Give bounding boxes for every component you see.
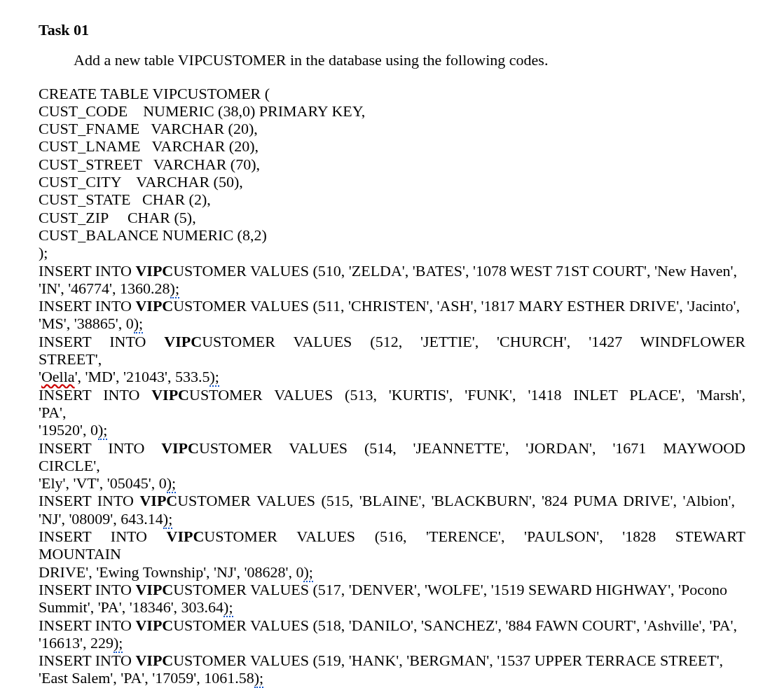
tablename-bold: VIPC: [135, 581, 173, 598]
insert-row-10-line-1: INSERT INTO VIPCUSTOMER VALUES (519, 'HA…: [39, 652, 745, 669]
tablename-bold: VIPC: [161, 439, 199, 457]
insert-row-3-line-2: 'Oella', 'MD', '21043', 533.5);: [39, 368, 745, 385]
insert-cont: ', 'MD', '21043', 533.5: [75, 368, 210, 385]
insert-prefix: INSERT INTO: [39, 528, 167, 545]
insert-row-5-line-2: 'Ely', 'VT', '05045', 0);: [39, 474, 745, 492]
col-name: CUST_FNAME: [39, 120, 139, 137]
insert-rest: USTOMER VALUES (519, 'HANK', 'BERGMAN', …: [173, 652, 723, 669]
insert-row-9-line-2: '16613', 229);: [39, 634, 745, 652]
insert-prefix: INSERT INTO: [39, 492, 139, 509]
col-type: VARCHAR (70),: [153, 156, 260, 173]
insert-row-10-line-2: 'East Salem', 'PA', '17059', 1061.58);: [39, 669, 745, 687]
insert-row-8-line-2: Summit', 'PA', '18346', 303.64);: [39, 598, 745, 616]
insert-row-5-line-1: INSERT INTO VIPCUSTOMER VALUES (514, 'JE…: [39, 439, 745, 475]
tablename-bold: VIPC: [135, 652, 173, 669]
task-instruction: Add a new table VIPCUSTOMER in the datab…: [74, 51, 745, 69]
grammar-mark: );: [134, 315, 143, 333]
insert-row-6-line-1: INSERT INTO VIPCUSTOMER VALUES (515, 'BL…: [39, 492, 745, 509]
insert-rest: USTOMER VALUES (510, 'ZELDA', 'BATES', '…: [173, 262, 737, 280]
create-line-6: CUST_CITY VARCHAR (50),: [39, 173, 745, 191]
col-name: CUST_STREET: [39, 156, 142, 173]
grammar-mark: );: [170, 280, 179, 298]
insert-rest: USTOMER VALUES (515, 'BLAINE', 'BLACKBUR…: [177, 492, 735, 509]
insert-rest: USTOMER VALUES (511, 'CHRISTEN', 'ASH', …: [173, 297, 740, 315]
grammar-mark: );: [163, 510, 172, 529]
col-type: VARCHAR (50),: [136, 173, 242, 191]
task-title: Task 01: [39, 21, 745, 39]
col-type: CHAR (2),: [142, 191, 211, 208]
col-type: NUMERIC (38,0) PRIMARY KEY,: [143, 102, 365, 120]
tablename-bold: VIPC: [135, 262, 173, 280]
create-line-3: CUST_FNAME VARCHAR (20),: [39, 120, 745, 137]
insert-prefix: INSERT INTO: [39, 439, 161, 457]
tablename-bold: VIPC: [135, 297, 173, 315]
insert-row-4-line-2: '19520', 0);: [39, 421, 745, 439]
tablename-bold: VIPC: [135, 617, 173, 634]
col-name: CUST_ZIP: [39, 209, 108, 226]
insert-cont: DRIVE', 'Ewing Township', 'NJ', '08628',…: [39, 563, 303, 581]
grammar-mark: );: [254, 669, 263, 688]
col-type: VARCHAR (20),: [151, 120, 257, 137]
insert-prefix: INSERT INTO: [39, 617, 135, 634]
create-line-1: CREATE TABLE VIPCUSTOMER (: [39, 85, 745, 102]
insert-prefix: INSERT INTO: [39, 386, 151, 404]
insert-cont: 'IN', '46774', 1360.28: [39, 280, 170, 297]
create-line-8: CUST_ZIP CHAR (5),: [39, 209, 745, 226]
tablename-bold: VIPC: [151, 386, 189, 404]
insert-row-7-line-1: INSERT INTO VIPCUSTOMER VALUES (516, 'TE…: [39, 528, 745, 563]
insert-prefix: INSERT INTO: [39, 297, 135, 315]
insert-prefix: INSERT INTO: [39, 652, 135, 669]
insert-row-4-line-1: INSERT INTO VIPCUSTOMER VALUES (513, 'KU…: [39, 386, 745, 422]
insert-row-2-line-2: 'MS', '38865', 0);: [39, 315, 745, 332]
spellcheck-mark: Oella: [41, 368, 75, 385]
insert-rest: USTOMER VALUES (518, 'DANILO', 'SANCHEZ'…: [173, 617, 737, 634]
insert-row-6-line-2: 'NJ', '08009', 643.14);: [39, 510, 745, 528]
insert-prefix: INSERT INTO: [39, 581, 135, 598]
insert-row-8-line-1: INSERT INTO VIPCUSTOMER VALUES (517, 'DE…: [39, 581, 745, 598]
insert-cont: 'MS', '38865', 0: [39, 315, 134, 332]
tablename-bold: VIPC: [164, 333, 202, 350]
col-type: CHAR (5),: [128, 209, 196, 226]
col-name: CUST_CITY: [39, 173, 121, 191]
insert-prefix: INSERT INTO: [39, 262, 135, 280]
col-name: CUST_LNAME: [39, 137, 140, 155]
insert-row-3-line-1: INSERT INTO VIPCUSTOMER VALUES (512, 'JE…: [39, 333, 745, 369]
insert-rest: USTOMER VALUES (517, 'DENVER', 'WOLFE', …: [173, 581, 727, 598]
insert-cont: 'Ely', 'VT', '05045', 0: [39, 474, 167, 492]
grammar-mark: );: [167, 474, 176, 493]
create-line-5: CUST_STREET VARCHAR (70),: [39, 156, 745, 173]
col-type: VARCHAR (20),: [152, 137, 259, 155]
tablename-bold: VIPC: [167, 528, 205, 545]
insert-row-9-line-1: INSERT INTO VIPCUSTOMER VALUES (518, 'DA…: [39, 617, 745, 634]
insert-row-7-line-2: DRIVE', 'Ewing Township', 'NJ', '08628',…: [39, 563, 745, 581]
grammar-mark: );: [209, 368, 219, 387]
insert-cont: '19520', 0: [39, 421, 98, 439]
create-line-2: CUST_CODE NUMERIC (38,0) PRIMARY KEY,: [39, 102, 745, 120]
insert-row-1-line-2: 'IN', '46774', 1360.28);: [39, 280, 745, 297]
col-name: CUST_CODE: [39, 102, 128, 120]
insert-cont: 'East Salem', 'PA', '17059', 1061.58: [39, 669, 254, 687]
create-line-4: CUST_LNAME VARCHAR (20),: [39, 137, 745, 155]
code-block: CREATE TABLE VIPCUSTOMER ( CUST_CODE NUM…: [39, 85, 745, 688]
insert-cont: Summit', 'PA', '18346', 303.64: [39, 598, 223, 616]
insert-row-1-line-1: INSERT INTO VIPCUSTOMER VALUES (510, 'ZE…: [39, 262, 745, 280]
create-line-9: CUST_BALANCE NUMERIC (8,2): [39, 226, 745, 244]
insert-row-2-line-1: INSERT INTO VIPCUSTOMER VALUES (511, 'CH…: [39, 297, 745, 315]
insert-cont: '16613', 229: [39, 634, 114, 652]
insert-prefix: INSERT INTO: [39, 333, 164, 350]
grammar-mark: );: [114, 634, 123, 653]
grammar-mark: );: [98, 421, 107, 440]
create-line-10: );: [39, 244, 745, 261]
grammar-mark: );: [223, 598, 233, 617]
col-name: CUST_STATE: [39, 191, 130, 208]
create-line-7: CUST_STATE CHAR (2),: [39, 191, 745, 208]
tablename-bold: VIPC: [139, 492, 177, 509]
insert-cont: 'NJ', '08009', 643.14: [39, 510, 163, 528]
grammar-mark: );: [303, 563, 312, 582]
